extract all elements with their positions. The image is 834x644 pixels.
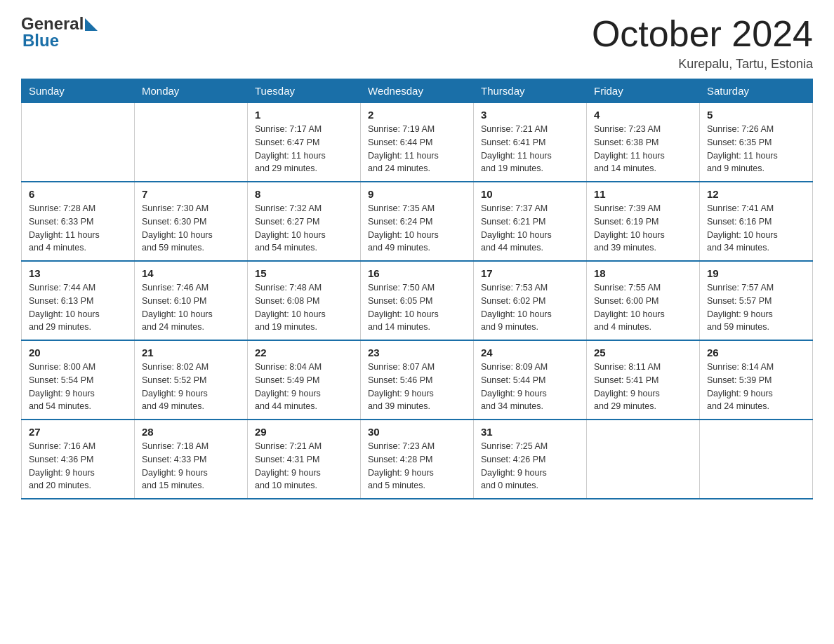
day-number: 29 [255, 426, 353, 438]
weekday-header-wednesday: Wednesday [361, 79, 474, 103]
calendar-cell [700, 420, 813, 499]
weekday-header-row: SundayMondayTuesdayWednesdayThursdayFrid… [22, 79, 813, 103]
day-info: Sunrise: 7:21 AMSunset: 4:31 PMDaylight:… [255, 440, 353, 492]
day-number: 7 [142, 188, 240, 200]
calendar-cell: 9Sunrise: 7:35 AMSunset: 6:24 PMDaylight… [361, 182, 474, 261]
calendar-cell: 18Sunrise: 7:55 AMSunset: 6:00 PMDayligh… [587, 261, 700, 340]
month-title: October 2024 [592, 14, 813, 54]
day-info: Sunrise: 8:07 AMSunset: 5:46 PMDaylight:… [368, 361, 466, 413]
day-number: 20 [29, 347, 127, 358]
logo-triangle-icon [85, 18, 98, 31]
day-number: 17 [481, 267, 579, 279]
calendar-week-row: 1Sunrise: 7:17 AMSunset: 6:47 PMDaylight… [22, 103, 813, 182]
weekday-header-tuesday: Tuesday [248, 79, 361, 103]
day-info: Sunrise: 7:21 AMSunset: 6:41 PMDaylight:… [481, 123, 579, 175]
calendar-header: SundayMondayTuesdayWednesdayThursdayFrid… [22, 79, 813, 103]
day-info: Sunrise: 7:55 AMSunset: 6:00 PMDaylight:… [594, 281, 692, 334]
day-number: 16 [368, 267, 466, 279]
calendar-cell: 16Sunrise: 7:50 AMSunset: 6:05 PMDayligh… [361, 261, 474, 340]
calendar-week-row: 27Sunrise: 7:16 AMSunset: 4:36 PMDayligh… [22, 420, 813, 499]
calendar-cell: 14Sunrise: 7:46 AMSunset: 6:10 PMDayligh… [135, 261, 248, 340]
calendar-cell: 6Sunrise: 7:28 AMSunset: 6:33 PMDaylight… [22, 182, 135, 261]
location-text: Kurepalu, Tartu, Estonia [592, 57, 813, 72]
day-number: 4 [594, 109, 692, 121]
day-info: Sunrise: 7:50 AMSunset: 6:05 PMDaylight:… [368, 281, 466, 334]
day-number: 5 [707, 109, 805, 121]
weekday-header-monday: Monday [135, 79, 248, 103]
day-info: Sunrise: 7:39 AMSunset: 6:19 PMDaylight:… [594, 202, 692, 255]
day-info: Sunrise: 8:09 AMSunset: 5:44 PMDaylight:… [481, 361, 579, 413]
day-number: 15 [255, 267, 353, 279]
day-info: Sunrise: 7:26 AMSunset: 6:35 PMDaylight:… [707, 123, 805, 175]
calendar-cell: 25Sunrise: 8:11 AMSunset: 5:41 PMDayligh… [587, 340, 700, 420]
day-info: Sunrise: 7:19 AMSunset: 6:44 PMDaylight:… [368, 123, 466, 175]
calendar-cell: 2Sunrise: 7:19 AMSunset: 6:44 PMDaylight… [361, 103, 474, 182]
day-number: 26 [707, 347, 805, 358]
weekday-header-thursday: Thursday [474, 79, 587, 103]
day-info: Sunrise: 7:37 AMSunset: 6:21 PMDaylight:… [481, 202, 579, 255]
day-info: Sunrise: 8:00 AMSunset: 5:54 PMDaylight:… [29, 361, 127, 413]
day-number: 3 [481, 109, 579, 121]
calendar-week-row: 20Sunrise: 8:00 AMSunset: 5:54 PMDayligh… [22, 340, 813, 420]
calendar-cell: 4Sunrise: 7:23 AMSunset: 6:38 PMDaylight… [587, 103, 700, 182]
day-number: 31 [481, 426, 579, 438]
calendar-cell: 15Sunrise: 7:48 AMSunset: 6:08 PMDayligh… [248, 261, 361, 340]
day-number: 21 [142, 347, 240, 358]
calendar-cell: 8Sunrise: 7:32 AMSunset: 6:27 PMDaylight… [248, 182, 361, 261]
calendar-cell: 5Sunrise: 7:26 AMSunset: 6:35 PMDaylight… [700, 103, 813, 182]
calendar-cell: 22Sunrise: 8:04 AMSunset: 5:49 PMDayligh… [248, 340, 361, 420]
day-number: 14 [142, 267, 240, 279]
svg-marker-0 [85, 18, 98, 31]
day-info: Sunrise: 7:41 AMSunset: 6:16 PMDaylight:… [707, 202, 805, 255]
day-info: Sunrise: 7:53 AMSunset: 6:02 PMDaylight:… [481, 281, 579, 334]
day-info: Sunrise: 7:23 AMSunset: 4:28 PMDaylight:… [368, 440, 466, 492]
day-info: Sunrise: 7:23 AMSunset: 6:38 PMDaylight:… [594, 123, 692, 175]
day-number: 13 [29, 267, 127, 279]
day-number: 27 [29, 426, 127, 438]
day-number: 25 [594, 347, 692, 358]
calendar-body: 1Sunrise: 7:17 AMSunset: 6:47 PMDaylight… [22, 103, 813, 499]
calendar-cell: 20Sunrise: 8:00 AMSunset: 5:54 PMDayligh… [22, 340, 135, 420]
day-number: 22 [255, 347, 353, 358]
logo: General Blue [21, 14, 98, 51]
calendar-cell: 27Sunrise: 7:16 AMSunset: 4:36 PMDayligh… [22, 420, 135, 499]
day-info: Sunrise: 7:30 AMSunset: 6:30 PMDaylight:… [142, 202, 240, 255]
day-number: 12 [707, 188, 805, 200]
day-info: Sunrise: 7:44 AMSunset: 6:13 PMDaylight:… [29, 281, 127, 334]
calendar-cell: 30Sunrise: 7:23 AMSunset: 4:28 PMDayligh… [361, 420, 474, 499]
calendar-cell: 17Sunrise: 7:53 AMSunset: 6:02 PMDayligh… [474, 261, 587, 340]
day-number: 19 [707, 267, 805, 279]
calendar-cell: 29Sunrise: 7:21 AMSunset: 4:31 PMDayligh… [248, 420, 361, 499]
calendar-cell: 3Sunrise: 7:21 AMSunset: 6:41 PMDaylight… [474, 103, 587, 182]
day-info: Sunrise: 8:14 AMSunset: 5:39 PMDaylight:… [707, 361, 805, 413]
calendar-week-row: 13Sunrise: 7:44 AMSunset: 6:13 PMDayligh… [22, 261, 813, 340]
calendar-table: SundayMondayTuesdayWednesdayThursdayFrid… [21, 79, 813, 499]
calendar-week-row: 6Sunrise: 7:28 AMSunset: 6:33 PMDaylight… [22, 182, 813, 261]
day-number: 10 [481, 188, 579, 200]
calendar-cell [587, 420, 700, 499]
day-number: 11 [594, 188, 692, 200]
day-info: Sunrise: 8:11 AMSunset: 5:41 PMDaylight:… [594, 361, 692, 413]
calendar-cell: 31Sunrise: 7:25 AMSunset: 4:26 PMDayligh… [474, 420, 587, 499]
calendar-cell: 12Sunrise: 7:41 AMSunset: 6:16 PMDayligh… [700, 182, 813, 261]
day-info: Sunrise: 7:16 AMSunset: 4:36 PMDaylight:… [29, 440, 127, 492]
calendar-cell: 13Sunrise: 7:44 AMSunset: 6:13 PMDayligh… [22, 261, 135, 340]
day-number: 24 [481, 347, 579, 358]
calendar-cell: 26Sunrise: 8:14 AMSunset: 5:39 PMDayligh… [700, 340, 813, 420]
day-info: Sunrise: 7:28 AMSunset: 6:33 PMDaylight:… [29, 202, 127, 255]
day-number: 28 [142, 426, 240, 438]
logo-blue-text: Blue [22, 31, 59, 51]
day-number: 23 [368, 347, 466, 358]
calendar-cell: 11Sunrise: 7:39 AMSunset: 6:19 PMDayligh… [587, 182, 700, 261]
day-info: Sunrise: 7:57 AMSunset: 5:57 PMDaylight:… [707, 281, 805, 334]
calendar-cell: 10Sunrise: 7:37 AMSunset: 6:21 PMDayligh… [474, 182, 587, 261]
calendar-cell [135, 103, 248, 182]
page-header: General Blue October 2024 Kurepalu, Tart… [21, 14, 813, 72]
day-info: Sunrise: 7:46 AMSunset: 6:10 PMDaylight:… [142, 281, 240, 334]
day-number: 6 [29, 188, 127, 200]
day-number: 18 [594, 267, 692, 279]
calendar-cell: 28Sunrise: 7:18 AMSunset: 4:33 PMDayligh… [135, 420, 248, 499]
day-info: Sunrise: 8:02 AMSunset: 5:52 PMDaylight:… [142, 361, 240, 413]
day-info: Sunrise: 7:18 AMSunset: 4:33 PMDaylight:… [142, 440, 240, 492]
calendar-cell: 21Sunrise: 8:02 AMSunset: 5:52 PMDayligh… [135, 340, 248, 420]
